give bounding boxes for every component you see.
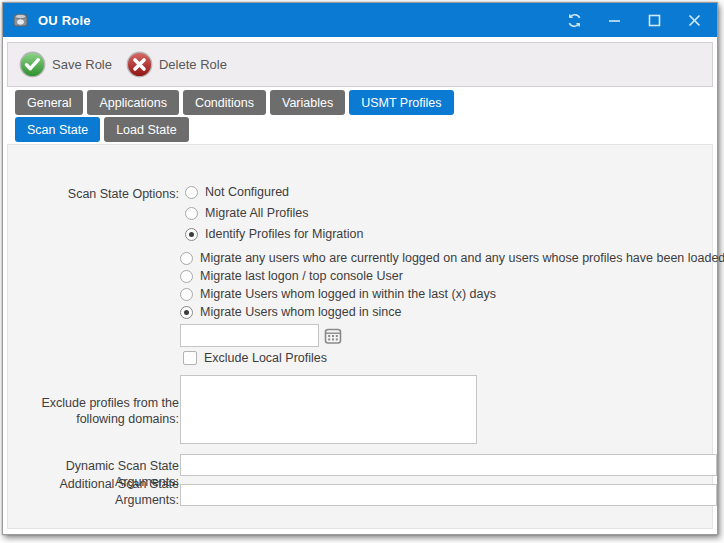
check-circle-icon <box>19 51 46 78</box>
tab-conditions[interactable]: Conditions <box>183 90 266 115</box>
titlebar: OU Role <box>3 3 717 37</box>
usmt-subtabs: Scan State Load State <box>15 117 189 142</box>
radio-icon <box>180 306 193 319</box>
radio-icon <box>185 207 198 220</box>
server-icon <box>12 11 30 29</box>
tab-general[interactable]: General <box>15 90 83 115</box>
radio-identify-profiles[interactable]: Identify Profiles for Migration <box>185 225 363 243</box>
window-title: OU Role <box>38 13 91 28</box>
cross-circle-icon <box>126 51 153 78</box>
radio-icon <box>180 270 193 283</box>
tab-usmt-profiles[interactable]: USMT Profiles <box>349 90 453 115</box>
toolbar: Save Role Delete Role <box>7 42 713 87</box>
radio-migrate-last-x-days[interactable]: Migrate Users whom logged in within the … <box>180 285 496 303</box>
tab-scan-state[interactable]: Scan State <box>15 117 100 142</box>
dynamic-scan-state-arguments-input[interactable] <box>180 454 717 476</box>
close-icon[interactable] <box>683 9 705 31</box>
radio-icon <box>180 252 193 265</box>
checkbox-icon <box>183 351 197 365</box>
radio-migrate-all-profiles[interactable]: Migrate All Profiles <box>185 204 309 222</box>
refresh-icon[interactable] <box>563 9 585 31</box>
scan-state-panel: Scan State Options: Not Configured Migra… <box>7 144 713 529</box>
radio-icon <box>180 288 193 301</box>
radio-migrate-logged-on-users[interactable]: Migrate any users who are currently logg… <box>180 249 724 267</box>
scan-state-options-label: Scan State Options: <box>16 186 179 202</box>
main-tabs: General Applications Conditions Variable… <box>15 90 454 115</box>
logged-in-since-date-input[interactable] <box>180 324 319 347</box>
additional-scan-state-arguments-input[interactable] <box>180 484 717 506</box>
tab-applications[interactable]: Applications <box>87 90 178 115</box>
exclude-domains-label: Exclude profiles from the following doma… <box>16 395 179 427</box>
radio-migrate-last-logon[interactable]: Migrate last logon / top console User <box>180 267 403 285</box>
additional-args-label: Additional Scan State Arguments: <box>16 476 179 508</box>
maximize-icon[interactable] <box>643 9 665 31</box>
exclude-domains-textarea[interactable] <box>180 375 477 444</box>
ou-role-dialog: OU Role <box>2 2 718 535</box>
radio-not-configured[interactable]: Not Configured <box>185 183 289 201</box>
radio-icon <box>185 228 198 241</box>
save-role-button[interactable]: Save Role <box>19 51 112 78</box>
calendar-icon[interactable] <box>323 326 342 345</box>
radio-icon <box>185 186 198 199</box>
exclude-local-profiles-checkbox[interactable]: Exclude Local Profiles <box>183 349 327 367</box>
save-role-label: Save Role <box>52 57 112 72</box>
delete-role-button[interactable]: Delete Role <box>126 51 227 78</box>
tab-load-state[interactable]: Load State <box>104 117 188 142</box>
tab-variables[interactable]: Variables <box>270 90 345 115</box>
delete-role-label: Delete Role <box>159 57 227 72</box>
minimize-icon[interactable] <box>603 9 625 31</box>
radio-migrate-since[interactable]: Migrate Users whom logged in since <box>180 303 401 321</box>
